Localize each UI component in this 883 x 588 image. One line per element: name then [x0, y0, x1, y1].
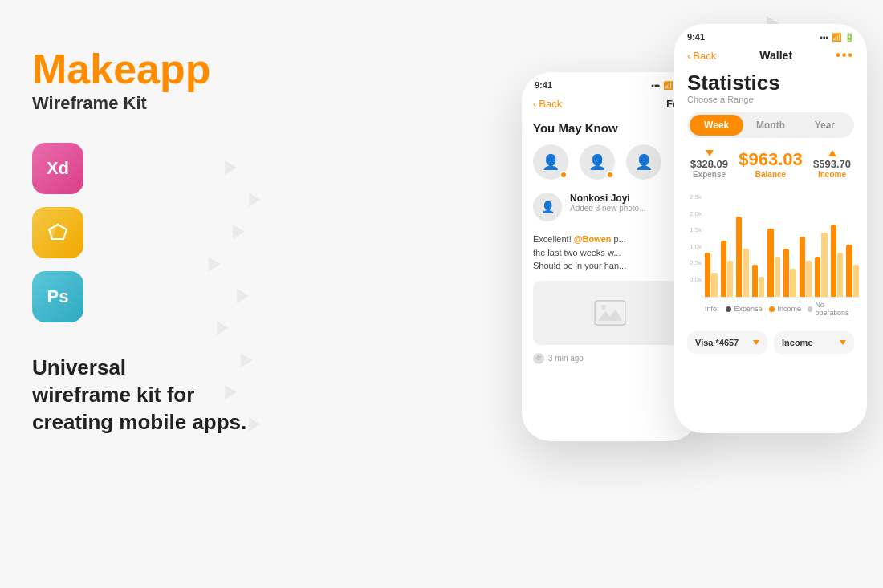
bar-light-0 — [711, 273, 717, 297]
tab-year[interactable]: Year — [798, 115, 852, 136]
signal-icon: ▪▪▪ — [651, 81, 660, 90]
bar-light-6 — [806, 261, 812, 297]
visa-dropdown[interactable]: Visa *4657 — [687, 331, 767, 354]
feed-avatar: 👤 — [533, 193, 562, 221]
bar-group-6 — [800, 237, 812, 297]
more-options-button[interactable]: ••• — [836, 48, 854, 63]
svg-rect-2 — [595, 301, 625, 325]
phone-2: 9:41 ▪▪▪ 📶 🔋 ‹ Back Wallet ••• Statistic… — [674, 24, 867, 433]
feed-name: Nonkosi Joyi — [570, 193, 687, 204]
tool-icons: Xd Ps — [32, 143, 257, 322]
contact-item-2: 👤 — [580, 144, 615, 180]
stats-numbers: $328.09 Expense $963.03 Balance $593.70 … — [687, 149, 854, 179]
contact-item-3: 👤 — [626, 144, 661, 180]
stats-heading: Statistics — [687, 72, 854, 93]
bar-orange-1 — [721, 241, 726, 297]
bar-orange-8 — [831, 225, 836, 297]
tab-week[interactable]: Week — [690, 115, 743, 136]
bar-orange-5 — [783, 249, 789, 297]
bar-light-1 — [727, 261, 733, 297]
ps-icon: Ps — [32, 271, 83, 322]
back-chevron-icon: ‹ — [533, 98, 536, 110]
sketch-icon — [32, 207, 83, 258]
bar-group-1 — [721, 241, 734, 297]
chart-wrapper: 2.5k 2.0k 1.5k 1.0k 0.5k 0.0k — [682, 193, 859, 298]
legend-dot-no-ops — [808, 306, 812, 312]
balance-block: $963.03 Balance — [739, 149, 803, 179]
you-may-know-title: You May Know — [522, 115, 698, 138]
post-image — [533, 281, 687, 345]
bar-orange-6 — [800, 237, 805, 297]
phone2-wifi-icon: 📶 — [832, 33, 841, 42]
bar-orange-2 — [736, 217, 742, 297]
info-prefix: Info: — [705, 305, 719, 313]
legend-expense: Expense — [726, 305, 763, 313]
expense-block: $328.09 Expense — [690, 150, 728, 179]
visa-dropdown-arrow — [753, 340, 759, 345]
bar-orange-3 — [752, 265, 758, 297]
xd-icon: Xd — [32, 143, 83, 194]
online-dot-1 — [560, 171, 568, 179]
bar-light-2 — [743, 249, 748, 297]
bar-group-0 — [705, 253, 718, 297]
bar-light-4 — [775, 257, 780, 297]
phones-area: 9:41 ▪▪▪ 📶 🔋 ‹ Back Fe... You May Know 👤 — [522, 24, 867, 441]
bar-light-5 — [790, 269, 796, 297]
bar-group-2 — [736, 217, 749, 297]
income-value: $593.70 — [813, 158, 851, 170]
bar-group-3 — [752, 265, 765, 297]
bottom-dropdowns: Visa *4657 Income — [674, 326, 867, 362]
post-text: Excellent! @Bowen p... the last two week… — [522, 228, 698, 278]
contact-avatar-3: 👤 — [626, 144, 661, 180]
phone2-back-chevron: ‹ — [687, 50, 690, 62]
y-label-5: 0.5k — [682, 259, 702, 266]
wifi-icon: 📶 — [663, 81, 673, 90]
income-dropdown[interactable]: Income — [774, 331, 854, 354]
legend-label-income: Income — [778, 305, 802, 313]
income-arrow-icon — [828, 150, 836, 156]
phone2-battery-icon: 🔋 — [844, 33, 854, 42]
visa-label: Visa *4657 — [695, 338, 739, 347]
person-icon-3: 👤 — [635, 153, 653, 171]
y-label-6: 0.0k — [682, 276, 702, 283]
bar-light-3 — [759, 277, 764, 297]
legend-income: Income — [769, 305, 802, 313]
phone2-status-icons: ▪▪▪ 📶 🔋 — [820, 33, 854, 42]
phone1-time: 9:41 — [535, 80, 552, 90]
bar-orange-0 — [705, 253, 710, 297]
y-label-2: 2.0k — [682, 210, 702, 217]
expense-label: Expense — [690, 170, 728, 179]
legend-no-ops: No operations — [808, 301, 850, 317]
bar-group-5 — [783, 249, 796, 297]
phone1-nav: ‹ Back Fe... — [522, 93, 698, 115]
online-dot-2 — [606, 171, 614, 179]
stats-range: Choose a Range — [687, 95, 854, 104]
phone2-back-button[interactable]: ‹ Back — [687, 50, 716, 62]
phone2-nav: ‹ Back Wallet ••• — [674, 45, 867, 67]
wallet-title: Wallet — [759, 49, 792, 62]
legend-label-expense: Expense — [734, 305, 763, 313]
brand-subtitle: Wireframe Kit — [32, 93, 257, 114]
y-label-1: 2.5k — [682, 193, 702, 201]
bar-orange-7 — [815, 257, 820, 297]
bar-light-9 — [853, 265, 859, 297]
tagline: Universalwireframe kit forcreating mobil… — [32, 355, 257, 436]
chart-area: 2.5k 2.0k 1.5k 1.0k 0.5k 0.0k Info: Expe… — [674, 193, 867, 320]
tab-month[interactable]: Month — [743, 115, 797, 136]
expense-value: $328.09 — [690, 158, 728, 170]
range-tabs: Week Month Year — [687, 112, 854, 138]
clock-icon: ⏱ — [533, 353, 544, 364]
contact-avatar-1: 👤 — [533, 144, 568, 180]
feed-subtitle: Added 3 new photo... — [570, 204, 687, 213]
balance-label: Balance — [739, 170, 803, 179]
phone2-signal-icon: ▪▪▪ — [820, 33, 828, 42]
legend-dot-income — [769, 306, 775, 312]
chart-y-axis: 2.5k 2.0k 1.5k 1.0k 0.5k 0.0k — [682, 193, 705, 298]
left-panel: Makeapp Wireframe Kit Xd Ps Universalwir… — [32, 48, 257, 436]
legend-dot-expense — [726, 306, 731, 312]
phone1-back-button[interactable]: ‹ Back — [533, 98, 562, 110]
svg-marker-3 — [598, 310, 622, 321]
contacts-row: 👤 👤 👤 — [522, 138, 698, 186]
expense-arrow-icon — [706, 150, 714, 156]
person-icon-2: 👤 — [588, 153, 606, 171]
